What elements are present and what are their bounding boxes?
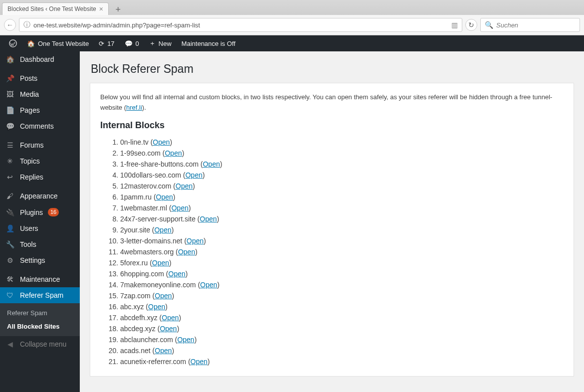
open-link[interactable]: Open bbox=[203, 160, 220, 168]
open-link[interactable]: Open bbox=[154, 226, 171, 234]
sidebar-item-users[interactable]: 👤 Users bbox=[0, 220, 80, 236]
wp-body: 🏠 Dashboard 📌 Posts 🖼 Media 📄 Pages 💬 Co… bbox=[0, 51, 584, 392]
list-item: acunetix-referrer.com (Open) bbox=[120, 356, 564, 367]
sidebar-item-plugins[interactable]: 🔌 Plugins 16 bbox=[0, 204, 80, 220]
submenu-all-blocked[interactable]: All Blocked Sites bbox=[0, 320, 80, 333]
sidebar-item-topics[interactable]: ✳ Topics bbox=[0, 153, 80, 169]
sidebar-item-replies[interactable]: ↩ Replies bbox=[0, 169, 80, 185]
sidebar-item-dashboard[interactable]: 🏠 Dashboard bbox=[0, 51, 80, 67]
new-content-link[interactable]: ＋ New bbox=[144, 35, 177, 51]
open-link[interactable]: Open bbox=[200, 281, 217, 289]
open-link[interactable]: Open bbox=[165, 149, 182, 157]
collapse-menu[interactable]: ◀ Collapse menu bbox=[0, 336, 80, 352]
sidebar-label: Appearance bbox=[20, 192, 58, 200]
site-name-link[interactable]: 🏠 One Test Website bbox=[22, 35, 94, 51]
updates-link[interactable]: ⟳ 17 bbox=[94, 35, 119, 51]
intro-text-after: ). bbox=[142, 104, 146, 111]
list-item: 4webmasters.org (Open) bbox=[120, 246, 564, 257]
list-item: 100dollars-seo.com (Open) bbox=[120, 170, 564, 181]
blocked-domain: acads.net ( bbox=[120, 347, 155, 355]
search-icon: 🔍 bbox=[485, 21, 493, 29]
address-bar[interactable]: ⓘ one-test.website/wp-admin/admin.php?pa… bbox=[19, 18, 462, 32]
list-item: acads.net (Open) bbox=[120, 345, 564, 356]
home-icon: 🏠 bbox=[27, 40, 35, 47]
open-link[interactable]: Open bbox=[153, 138, 170, 146]
tab-title: Blocked Sites ‹ One Test Website bbox=[7, 5, 96, 12]
open-link[interactable]: Open bbox=[178, 248, 195, 256]
sidebar-label: Users bbox=[20, 224, 38, 232]
list-item: 6hopping.com (Open) bbox=[120, 268, 564, 279]
plugins-update-count: 16 bbox=[48, 208, 59, 216]
sidebar-item-settings[interactable]: ⚙ Settings bbox=[0, 252, 80, 268]
list-item: 0n-line.tv (Open) bbox=[120, 137, 564, 148]
open-link[interactable]: Open bbox=[162, 314, 179, 322]
blocked-domain: 7makemoneyonline.com ( bbox=[120, 281, 200, 289]
topics-icon: ✳ bbox=[5, 157, 15, 165]
list-item: 1pamm.ru (Open) bbox=[120, 192, 564, 202]
sidebar-item-posts[interactable]: 📌 Posts bbox=[0, 70, 80, 86]
main-content: Block Referer Spam Below you will find a… bbox=[80, 51, 584, 392]
open-link[interactable]: Open bbox=[200, 215, 217, 223]
content-card: Below you will find all internal and cus… bbox=[90, 83, 574, 377]
back-button[interactable]: ← bbox=[4, 19, 16, 31]
admin-sidebar: 🏠 Dashboard 📌 Posts 🖼 Media 📄 Pages 💬 Co… bbox=[0, 51, 80, 392]
wp-logo[interactable] bbox=[4, 35, 22, 51]
blocked-domain: 1webmaster.ml ( bbox=[120, 204, 172, 212]
new-tab-button[interactable]: + bbox=[112, 4, 125, 15]
replies-icon: ↩ bbox=[5, 173, 15, 181]
open-link[interactable]: Open bbox=[160, 325, 177, 333]
open-link[interactable]: Open bbox=[191, 358, 207, 366]
sidebar-item-maintenance[interactable]: 🛠 Maintenance bbox=[0, 271, 80, 287]
sidebar-label: Replies bbox=[20, 173, 43, 181]
list-item: 2your.site (Open) bbox=[120, 224, 564, 235]
dashboard-icon: 🏠 bbox=[5, 55, 15, 63]
sidebar-item-appearance[interactable]: 🖌 Appearance bbox=[0, 188, 80, 204]
sidebar-item-referer-spam[interactable]: 🛡 Referer Spam bbox=[0, 287, 80, 303]
open-link[interactable]: Open bbox=[176, 182, 193, 190]
submenu-referer-spam[interactable]: Referer Spam bbox=[0, 306, 80, 320]
blocked-domain: abcdeg.xyz ( bbox=[120, 325, 160, 333]
blocked-sites-list: 0n-line.tv (Open)1-99seo.com (Open)1-fre… bbox=[100, 137, 564, 367]
comments-link[interactable]: 💬 0 bbox=[120, 35, 144, 51]
blocked-domain: acunetix-referrer.com ( bbox=[120, 358, 191, 366]
browser-search[interactable]: 🔍 bbox=[480, 18, 580, 32]
tunnel-link[interactable]: href.li bbox=[126, 104, 142, 111]
open-link[interactable]: Open bbox=[169, 270, 186, 278]
open-link[interactable]: Open bbox=[155, 347, 172, 355]
open-link[interactable]: Open bbox=[155, 292, 172, 300]
sidebar-item-tools[interactable]: 🔧 Tools bbox=[0, 236, 80, 252]
open-link[interactable]: Open bbox=[177, 336, 194, 344]
search-input[interactable] bbox=[496, 21, 576, 29]
open-link[interactable]: Open bbox=[156, 193, 173, 201]
blocked-domain: 2your.site ( bbox=[120, 226, 154, 234]
sidebar-item-comments[interactable]: 💬 Comments bbox=[0, 118, 80, 134]
reader-icon[interactable]: ▥ bbox=[451, 21, 458, 29]
sidebar-item-pages[interactable]: 📄 Pages bbox=[0, 102, 80, 118]
open-link[interactable]: Open bbox=[148, 303, 165, 311]
info-icon[interactable]: ⓘ bbox=[23, 20, 30, 29]
blocked-domain: abc.xyz ( bbox=[120, 303, 148, 311]
open-link[interactable]: Open bbox=[187, 237, 203, 245]
list-item: abcdeg.xyz (Open) bbox=[120, 323, 564, 334]
list-item: 5forex.ru (Open) bbox=[120, 257, 564, 268]
list-item: 1-free-share-buttons.com (Open) bbox=[120, 159, 564, 170]
blocked-domain: abcdefh.xyz ( bbox=[120, 314, 162, 322]
shield-icon: 🛡 bbox=[5, 291, 15, 299]
site-name: One Test Website bbox=[38, 40, 89, 47]
open-link[interactable]: Open bbox=[186, 171, 202, 179]
plugins-icon: 🔌 bbox=[5, 208, 15, 216]
sidebar-item-forums[interactable]: ☰ Forums bbox=[0, 137, 80, 153]
sidebar-label: Forums bbox=[20, 141, 43, 149]
list-item: 7zap.com (Open) bbox=[120, 290, 564, 301]
browser-tab-active[interactable]: Blocked Sites ‹ One Test Website × bbox=[2, 2, 109, 15]
sidebar-item-media[interactable]: 🖼 Media bbox=[0, 86, 80, 102]
maintenance-link[interactable]: Maintenance is Off bbox=[177, 35, 240, 51]
open-link[interactable]: Open bbox=[152, 259, 169, 267]
sidebar-label: Plugins bbox=[20, 208, 43, 216]
media-icon: 🖼 bbox=[5, 90, 15, 98]
close-icon[interactable]: × bbox=[99, 5, 103, 13]
referer-spam-submenu: Referer Spam All Blocked Sites bbox=[0, 303, 80, 336]
open-link[interactable]: Open bbox=[172, 204, 189, 212]
reload-button[interactable]: ↻ bbox=[465, 19, 477, 31]
sidebar-label: Posts bbox=[20, 74, 37, 82]
